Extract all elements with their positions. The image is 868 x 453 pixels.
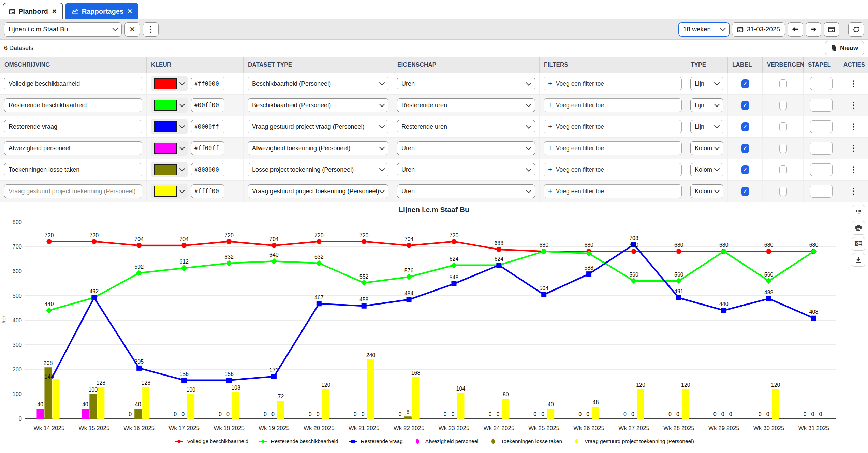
export-excel-button[interactable]: X — [852, 237, 865, 251]
tab-rapportages[interactable]: Rapportages ✕ — [65, 3, 138, 19]
color-select[interactable] — [151, 119, 188, 134]
color-select[interactable] — [151, 76, 188, 91]
eigenschap-select[interactable]: Uren — [397, 184, 535, 198]
stapel-input[interactable] — [810, 77, 833, 90]
kebab-icon[interactable]: ⋮ — [850, 101, 858, 109]
next-period-button[interactable] — [806, 22, 821, 37]
dataset-type-select[interactable]: Afwezigheid toekenning (Personeel) — [248, 141, 388, 155]
eigenschap-select[interactable]: Resterende uren — [397, 120, 535, 133]
type-select[interactable]: Kolom — [690, 141, 723, 155]
tab-planbord[interactable]: Planbord ✕ — [3, 3, 63, 19]
label-checkbox[interactable]: ✓ — [741, 187, 749, 196]
verbergen-checkbox[interactable] — [779, 187, 787, 196]
svg-text:Wk 20 2025: Wk 20 2025 — [304, 425, 335, 431]
color-select[interactable] — [151, 162, 188, 177]
color-hex-input[interactable] — [191, 141, 224, 155]
omschrijving-input[interactable] — [4, 184, 142, 198]
stapel-input[interactable] — [810, 185, 833, 198]
verbergen-checkbox[interactable] — [779, 165, 787, 174]
type-select[interactable]: Lijn — [690, 98, 723, 112]
dataset-type-select[interactable]: Losse project toekenning (Personeel) — [248, 163, 388, 176]
omschrijving-input[interactable] — [4, 163, 142, 176]
verbergen-checkbox[interactable] — [779, 144, 787, 153]
verbergen-checkbox[interactable] — [779, 122, 787, 131]
printer-icon — [855, 224, 862, 231]
stapel-input[interactable] — [810, 120, 833, 133]
color-hex-input[interactable] — [191, 120, 224, 133]
color-hex-input[interactable] — [191, 98, 224, 112]
label-checkbox[interactable]: ✓ — [741, 79, 749, 88]
add-filter-label: Voeg een filter toe — [556, 102, 604, 109]
eigenschap-select[interactable]: Uren — [397, 77, 535, 90]
svg-text:492: 492 — [89, 288, 99, 294]
label-checkbox[interactable]: ✓ — [741, 144, 749, 153]
verbergen-checkbox[interactable] — [779, 101, 787, 110]
color-select[interactable] — [151, 98, 188, 113]
color-select[interactable] — [151, 141, 188, 156]
color-swatch — [154, 143, 177, 154]
eigenschap-select[interactable]: Uren — [397, 163, 535, 176]
stapel-input[interactable] — [810, 99, 833, 112]
add-filter-button[interactable]: +Voeg een filter toe — [544, 120, 682, 133]
omschrijving-input[interactable] — [4, 98, 142, 112]
omschrijving-input[interactable] — [4, 120, 142, 133]
kebab-icon[interactable]: ⋮ — [850, 123, 858, 131]
svg-text:100: 100 — [88, 387, 98, 393]
color-hex-input[interactable] — [191, 163, 224, 176]
clear-report-button[interactable]: ✕ — [124, 22, 140, 37]
add-filter-label: Voeg een filter toe — [556, 80, 604, 87]
kebab-icon[interactable]: ⋮ — [850, 166, 858, 174]
close-icon[interactable]: ✕ — [52, 8, 57, 14]
add-filter-button[interactable]: +Voeg een filter toe — [544, 98, 682, 112]
stapel-input[interactable] — [810, 142, 833, 155]
dataset-type-select[interactable]: Beschikbaarheid (Personeel) — [248, 98, 388, 112]
report-select[interactable]: Lijnen i.c.m Staaf Bu — [4, 22, 122, 37]
label-checkbox[interactable]: ✓ — [741, 165, 749, 174]
svg-text:Wk 21 2025: Wk 21 2025 — [349, 425, 380, 431]
dataset-type-select[interactable]: Beschikbaarheid (Personeel) — [248, 77, 388, 90]
kebab-icon[interactable]: ⋮ — [850, 187, 858, 195]
print-button[interactable] — [852, 221, 865, 235]
verbergen-checkbox[interactable] — [779, 79, 787, 88]
eigenschap-select[interactable]: Uren — [397, 141, 535, 155]
dataset-type-select[interactable]: Vraag gestuurd project toekenning (Perso… — [248, 184, 388, 198]
add-filter-button[interactable]: +Voeg een filter toe — [544, 141, 682, 155]
label-checkbox[interactable]: ✓ — [741, 122, 749, 131]
color-hex-input[interactable] — [191, 77, 224, 90]
eigenschap-select[interactable]: Resterende uren — [397, 98, 535, 112]
add-filter-button[interactable]: +Voeg een filter toe — [544, 163, 682, 176]
add-filter-button[interactable]: +Voeg een filter toe — [544, 184, 682, 198]
type-select[interactable]: Kolom — [690, 184, 723, 198]
date-picker-button[interactable]: 31-03-2025 — [732, 22, 785, 37]
dataset-type-value: Beschikbaarheid (Personeel) — [252, 102, 331, 109]
today-calendar-button[interactable] — [824, 22, 839, 37]
type-select[interactable]: Lijn — [690, 120, 723, 133]
kebab-icon[interactable]: ⋮ — [850, 144, 858, 152]
svg-text:108: 108 — [231, 385, 240, 391]
color-hex-input[interactable] — [191, 184, 224, 198]
omschrijving-input[interactable] — [4, 77, 142, 90]
kebab-icon[interactable]: ⋮ — [850, 80, 858, 88]
period-select[interactable]: 18 weken — [678, 22, 730, 37]
previous-period-button[interactable] — [788, 22, 803, 37]
svg-text:Wk 19 2025: Wk 19 2025 — [259, 425, 290, 431]
type-select[interactable]: Lijn — [690, 77, 723, 90]
omschrijving-input[interactable] — [4, 141, 142, 155]
new-dataset-button[interactable]: Nieuw — [825, 41, 864, 55]
svg-text:Wk 14 2025: Wk 14 2025 — [34, 425, 65, 431]
type-select[interactable]: Kolom — [690, 163, 723, 176]
download-button[interactable] — [852, 253, 865, 267]
report-menu-button[interactable]: ⋮ — [143, 22, 159, 37]
chevron-down-icon — [526, 187, 532, 193]
close-icon[interactable]: ✕ — [127, 8, 132, 14]
stapel-input[interactable] — [810, 163, 833, 176]
svg-text:680: 680 — [539, 242, 548, 248]
cell-verbergen — [763, 159, 804, 180]
document-plus-icon — [831, 45, 837, 52]
refresh-button[interactable] — [848, 22, 864, 37]
add-filter-button[interactable]: +Voeg een filter toe — [544, 77, 682, 90]
color-select[interactable] — [151, 184, 188, 199]
dataset-type-select[interactable]: Vraag gestuurd project vraag (Personeel) — [248, 120, 388, 133]
label-checkbox[interactable]: ✓ — [741, 101, 749, 110]
view-options-button[interactable] — [852, 205, 865, 218]
